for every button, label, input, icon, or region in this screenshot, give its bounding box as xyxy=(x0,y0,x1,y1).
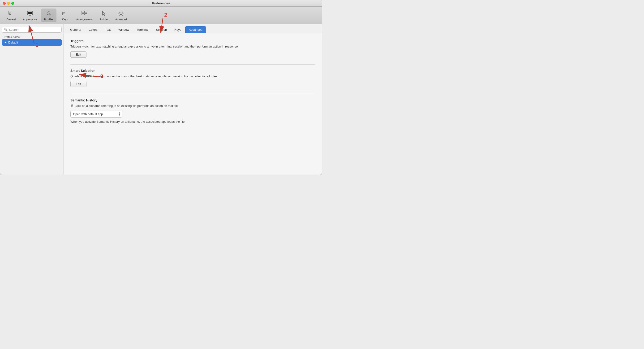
svg-text:⌘: ⌘ xyxy=(63,13,64,15)
tab-session[interactable]: Session xyxy=(152,26,170,33)
profiles-icon xyxy=(45,10,53,18)
search-input[interactable] xyxy=(9,28,60,32)
appearance-icon xyxy=(26,10,34,18)
maximize-button[interactable] xyxy=(11,2,14,5)
default-star-icon: ★ xyxy=(4,41,7,44)
semantic-history-select[interactable]: Open with default app Open with editor O… xyxy=(70,111,122,118)
semantic-history-cmd-desc: ⌘-Click on a filename referring to an ex… xyxy=(70,104,316,108)
svg-rect-15 xyxy=(84,14,87,15)
semantic-history-section: Semantic History ⌘-Click on a filename r… xyxy=(70,98,316,124)
tab-text[interactable]: Text xyxy=(102,26,114,33)
toolbar-pointer-label: Pointer xyxy=(100,18,108,21)
tab-window[interactable]: Window xyxy=(115,26,133,33)
semantic-history-footer: When you activate Semantic History on a … xyxy=(70,119,316,124)
toolbar-item-pointer[interactable]: Pointer xyxy=(97,9,111,22)
toolbar-profiles-label: Profiles xyxy=(44,18,54,21)
svg-rect-5 xyxy=(28,12,32,14)
traffic-lights xyxy=(3,2,14,5)
svg-rect-7 xyxy=(29,15,31,16)
minimize-button[interactable] xyxy=(7,2,10,5)
window-title: Preferences xyxy=(152,2,170,5)
section-divider-2 xyxy=(70,94,316,94)
profile-list: Profile Name ★ Default xyxy=(2,35,62,172)
tab-advanced[interactable]: Advanced xyxy=(185,26,206,33)
sidebar: 🔍 Profile Name ★ Default xyxy=(0,24,64,175)
toolbar-item-profiles[interactable]: Profiles xyxy=(41,9,56,22)
svg-point-16 xyxy=(120,13,122,15)
tab-colors[interactable]: Colors xyxy=(85,26,101,33)
toolbar-item-general[interactable]: General xyxy=(4,9,19,22)
tab-general[interactable]: General xyxy=(66,26,84,33)
search-icon: 🔍 xyxy=(4,28,8,32)
toolbar-item-appearance[interactable]: Appearance xyxy=(20,9,40,22)
toolbar-general-label: General xyxy=(6,18,16,21)
smart-selection-title: Smart Selection xyxy=(70,69,316,73)
panel-content: Triggers Triggers watch for text matchin… xyxy=(64,33,322,175)
arrangements-icon xyxy=(80,10,88,18)
profile-item-label: Default xyxy=(8,41,18,44)
right-panel: General Colors Text Window Terminal Sess… xyxy=(64,24,322,175)
semantic-history-title: Semantic History xyxy=(70,98,316,102)
general-icon xyxy=(8,10,15,18)
svg-rect-13 xyxy=(84,11,87,13)
close-button[interactable] xyxy=(3,2,6,5)
toolbar-keys-label: Keys xyxy=(62,18,68,21)
triggers-description: Triggers watch for text matching a regul… xyxy=(70,44,316,49)
smart-selection-edit-button[interactable]: Edit xyxy=(70,81,86,87)
toolbar-item-keys[interactable]: ⌘ Keys xyxy=(58,9,72,22)
triggers-edit-button[interactable]: Edit xyxy=(70,51,86,58)
pointer-icon xyxy=(100,10,108,18)
toolbar-advanced-label: Advanced xyxy=(115,18,127,21)
smart-selection-section: Smart Selection Quad-click selects a str… xyxy=(70,69,316,88)
svg-rect-12 xyxy=(82,11,84,13)
section-divider-1 xyxy=(70,64,316,65)
semantic-history-select-wrapper: Open with default app Open with editor O… xyxy=(70,111,122,118)
keys-icon: ⌘ xyxy=(61,10,69,18)
toolbar: General Appearance Profiles ⌘ Keys Arran… xyxy=(0,7,322,24)
main-content: 🔍 Profile Name ★ Default General Colors … xyxy=(0,24,322,175)
triggers-section: Triggers Triggers watch for text matchin… xyxy=(70,39,316,58)
toolbar-appearance-label: Appearance xyxy=(23,18,37,21)
svg-rect-14 xyxy=(82,14,84,15)
tab-terminal[interactable]: Terminal xyxy=(133,26,152,33)
tab-keys[interactable]: Keys xyxy=(171,26,185,33)
toolbar-item-arrangements[interactable]: Arrangements xyxy=(74,9,96,22)
advanced-icon xyxy=(117,10,125,18)
triggers-title: Triggers xyxy=(70,39,316,43)
svg-rect-6 xyxy=(28,11,28,12)
toolbar-item-advanced[interactable]: Advanced xyxy=(112,9,130,22)
profile-list-header: Profile Name xyxy=(2,35,62,39)
toolbar-arrangements-label: Arrangements xyxy=(76,18,92,21)
titlebar: Preferences xyxy=(0,0,322,7)
profile-item-default[interactable]: ★ Default xyxy=(2,39,62,46)
sub-tabs: General Colors Text Window Terminal Sess… xyxy=(64,24,322,33)
svg-rect-8 xyxy=(28,15,32,15)
svg-point-9 xyxy=(48,12,50,14)
smart-selection-description: Quad-click selects a string under the cu… xyxy=(70,74,316,79)
search-box: 🔍 xyxy=(2,27,62,33)
